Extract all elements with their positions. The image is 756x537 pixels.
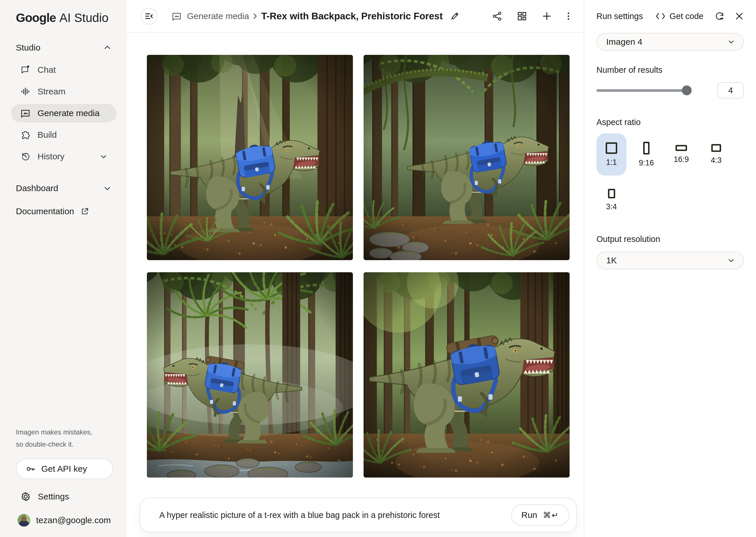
- documentation-label: Documentation: [16, 206, 74, 216]
- media-breadcrumb-icon: [171, 11, 182, 21]
- sidebar: Google AI Studio Studio Chat Stream: [0, 0, 127, 537]
- aspect-3-4-icon: [608, 189, 615, 198]
- panel-title: Run settings: [596, 12, 643, 21]
- aspect-16-9-icon: [675, 145, 687, 151]
- generated-images-grid: [147, 55, 570, 477]
- chevron-down-icon: [727, 38, 735, 46]
- get-api-key-button[interactable]: Get API key: [16, 459, 113, 479]
- section-studio-label: Studio: [16, 43, 40, 53]
- results-slider-thumb[interactable]: [682, 85, 692, 95]
- output-resolution-label: Output resolution: [596, 234, 744, 244]
- generated-image-1[interactable]: [147, 55, 353, 260]
- chevron-down-icon: [100, 153, 107, 160]
- get-code-label: Get code: [669, 12, 703, 21]
- gear-icon: [20, 491, 31, 502]
- run-label: Run: [521, 510, 537, 520]
- generate-media-icon: [20, 108, 31, 118]
- sidebar-section-dashboard[interactable]: Dashboard: [16, 183, 111, 193]
- model-select-value: Imagen 4: [606, 37, 642, 47]
- more-options-kebab-icon[interactable]: [566, 11, 570, 21]
- aspect-tile-3-4[interactable]: 3:4: [596, 184, 626, 216]
- history-icon: [20, 151, 31, 162]
- chevron-down-icon: [103, 184, 111, 192]
- aspect-9-16-icon: [643, 142, 650, 154]
- chevron-down-icon: [727, 256, 735, 265]
- settings-label: Settings: [38, 492, 69, 502]
- sidebar-item-generate-media[interactable]: Generate media: [11, 104, 117, 122]
- new-plus-icon[interactable]: [542, 11, 552, 21]
- breadcrumb-label: Generate media: [187, 11, 249, 21]
- main-area: Generate media T-Rex with Backpack, Preh…: [127, 0, 584, 537]
- generated-image-4[interactable]: [363, 272, 570, 477]
- results-value-input[interactable]: 4: [717, 82, 744, 99]
- sidebar-item-label: Chat: [38, 65, 56, 75]
- share-icon[interactable]: [492, 11, 502, 21]
- close-panel-icon[interactable]: [735, 12, 744, 21]
- generated-image-3[interactable]: [147, 272, 353, 477]
- sidebar-item-history[interactable]: History: [11, 147, 117, 166]
- sidebar-item-build[interactable]: Build: [11, 126, 117, 144]
- output-resolution-value: 1K: [606, 256, 617, 265]
- app-window: Google AI Studio Studio Chat Stream: [0, 0, 756, 537]
- cmd-key-glyph: ⌘: [543, 511, 552, 520]
- output-resolution-select[interactable]: 1K: [596, 251, 744, 269]
- aspect-tile-1-1[interactable]: 1:1: [596, 133, 626, 176]
- reset-settings-icon[interactable]: [714, 11, 725, 21]
- logo-product: AI Studio: [59, 11, 108, 25]
- aspect-tile-4-3[interactable]: 4:3: [701, 133, 731, 176]
- chat-icon: [20, 65, 31, 75]
- sidebar-item-chat[interactable]: Chat: [11, 61, 117, 79]
- page-title: T-Rex with Backpack, Prehistoric Forest: [261, 11, 443, 21]
- get-api-key-label: Get API key: [41, 464, 87, 474]
- disclaimer-text: Imagen makes mistakes, so double-check i…: [16, 426, 113, 450]
- build-puzzle-icon: [20, 130, 31, 140]
- logo-brand: Google: [16, 11, 56, 25]
- menu-collapse-icon: [144, 11, 154, 21]
- collapse-sidebar-button[interactable]: [141, 8, 158, 24]
- key-icon: [26, 464, 35, 474]
- aspect-1-1-icon: [606, 142, 617, 154]
- model-select[interactable]: Imagen 4: [596, 33, 744, 51]
- sidebar-section-studio[interactable]: Studio: [16, 43, 111, 53]
- aspect-tile-16-9[interactable]: 16:9: [666, 133, 696, 176]
- sidebar-item-documentation[interactable]: Documentation: [16, 206, 111, 216]
- sidebar-item-stream[interactable]: Stream: [11, 82, 117, 101]
- topbar: Generate media T-Rex with Backpack, Preh…: [127, 0, 584, 33]
- avatar: [18, 514, 30, 527]
- settings-button[interactable]: Settings: [16, 491, 113, 502]
- google-ai-studio-logo[interactable]: Google AI Studio: [0, 0, 127, 25]
- pencil-icon: [450, 12, 459, 21]
- aspect-tile-9-16[interactable]: 9:16: [631, 133, 662, 176]
- apps-grid-icon[interactable]: [517, 11, 527, 21]
- aspect-4-3-icon: [711, 144, 721, 152]
- breadcrumb[interactable]: Generate media: [171, 11, 249, 21]
- external-link-icon: [81, 207, 89, 216]
- sidebar-item-label: History: [38, 151, 64, 161]
- edit-title-button[interactable]: [450, 12, 459, 21]
- sidebar-footer: Imagen makes mistakes, so double-check i…: [0, 426, 127, 537]
- sidebar-item-label: Generate media: [38, 108, 99, 118]
- enter-key-glyph: ↵: [552, 511, 559, 520]
- sidebar-item-label: Build: [38, 130, 57, 140]
- run-button[interactable]: Run ⌘↵: [511, 504, 569, 526]
- aspect-ratio-label: Aspect ratio: [596, 117, 744, 127]
- results-slider-track[interactable]: [596, 89, 692, 92]
- number-of-results-control: 4: [596, 82, 744, 99]
- sidebar-item-label: Stream: [38, 87, 65, 97]
- account-row[interactable]: tezan@google.com: [16, 514, 113, 527]
- code-brackets-icon: [656, 12, 665, 21]
- breadcrumb-chevron-icon: [252, 12, 258, 21]
- run-settings-panel: Run settings Get code Imagen 4 Number of…: [584, 0, 756, 537]
- account-email: tezan@google.com: [36, 516, 111, 525]
- generated-image-2[interactable]: [363, 55, 570, 260]
- stream-waveform-icon: [20, 86, 31, 97]
- prompt-bar: Run ⌘↵: [140, 498, 577, 532]
- chevron-up-icon: [103, 44, 111, 52]
- prompt-input[interactable]: [140, 511, 511, 520]
- section-dashboard-label: Dashboard: [16, 183, 58, 193]
- sidebar-nav: Chat Stream Generate media Build: [0, 61, 127, 169]
- get-code-button[interactable]: Get code: [656, 12, 703, 21]
- number-of-results-label: Number of results: [596, 65, 744, 75]
